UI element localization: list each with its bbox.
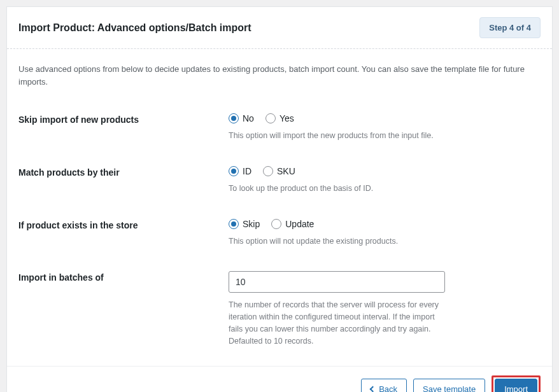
radio-group-if-exists: Skip Update: [229, 219, 445, 229]
label-match-by: Match products by their: [18, 166, 229, 178]
field-if-exists: If product exists in the store Skip Upda…: [18, 219, 541, 248]
radio-match-by-sku[interactable]: SKU: [263, 166, 295, 176]
save-template-button[interactable]: Save template: [413, 379, 485, 392]
field-skip-new: Skip import of new products No Yes This …: [18, 113, 541, 142]
back-button[interactable]: Back: [361, 379, 407, 392]
step-badge: Step 4 of 4: [479, 17, 541, 38]
radio-label: Update: [285, 219, 314, 229]
radio-skip-new-yes[interactable]: Yes: [265, 113, 294, 123]
radio-label: ID: [243, 166, 251, 176]
radio-circle-icon: [263, 166, 273, 176]
label-batch-size: Import in batches of: [18, 271, 229, 283]
radio-label: Skip: [243, 219, 260, 229]
radio-label: Yes: [280, 113, 294, 123]
back-button-label: Back: [379, 384, 397, 392]
page-title: Import Product: Advanced options/Batch i…: [18, 22, 251, 34]
chevron-left-icon: [370, 386, 376, 392]
label-skip-new: Skip import of new products: [18, 113, 229, 125]
radio-circle-icon: [229, 166, 239, 176]
label-if-exists: If product exists in the store: [18, 219, 229, 230]
radio-skip-new-no[interactable]: No: [229, 113, 254, 123]
batch-size-input[interactable]: [229, 271, 445, 293]
radio-circle-icon: [265, 113, 276, 123]
panel-body: Use advanced options from below to decid…: [7, 49, 552, 366]
help-batch-size: The number of records that the server wi…: [229, 299, 445, 347]
radio-label: No: [243, 113, 254, 123]
radio-label: SKU: [277, 166, 295, 176]
field-match-by: Match products by their ID SKU To look u…: [18, 166, 541, 195]
help-if-exists: This option will not update the existing…: [229, 235, 445, 248]
import-button-label: Import: [504, 384, 528, 392]
import-button[interactable]: Import: [495, 379, 537, 392]
import-highlight: Import: [492, 375, 541, 392]
panel-header: Import Product: Advanced options/Batch i…: [7, 7, 552, 49]
field-batch-size: Import in batches of The number of recor…: [18, 271, 541, 347]
panel-footer: Back Save template Import: [7, 366, 552, 392]
radio-circle-icon: [229, 113, 239, 123]
radio-if-exists-skip[interactable]: Skip: [229, 219, 260, 229]
radio-match-by-id[interactable]: ID: [229, 166, 251, 176]
radio-group-skip-new: No Yes: [229, 113, 445, 123]
save-template-label: Save template: [423, 384, 476, 392]
help-match-by: To look up the product on the basis of I…: [229, 183, 445, 195]
radio-if-exists-update[interactable]: Update: [271, 219, 314, 229]
help-skip-new: This option will import the new products…: [229, 130, 445, 142]
radio-circle-icon: [229, 219, 239, 229]
radio-circle-icon: [271, 219, 281, 229]
radio-group-match-by: ID SKU: [229, 166, 445, 176]
intro-text: Use advanced options from below to decid…: [18, 63, 541, 88]
import-panel: Import Product: Advanced options/Batch i…: [6, 6, 553, 392]
